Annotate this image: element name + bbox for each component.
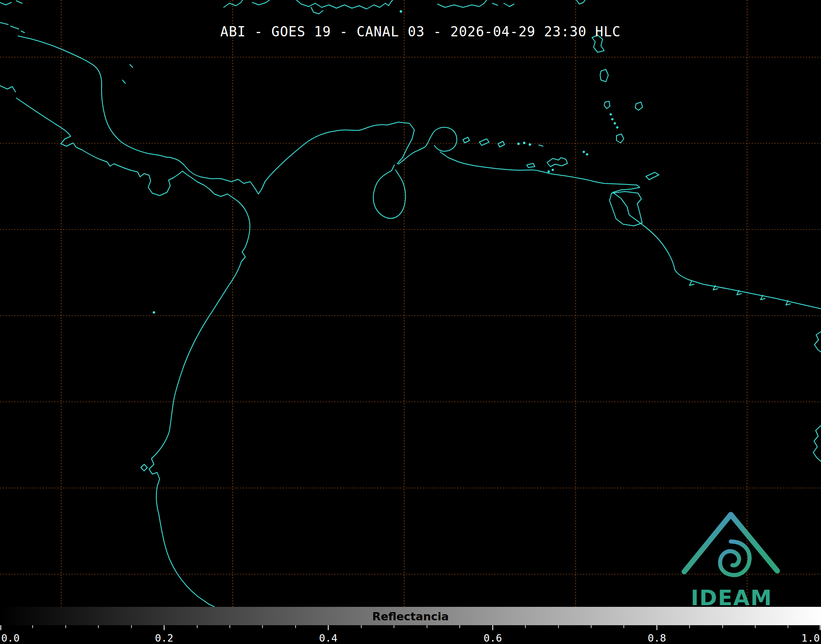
coastline-caribbean-colombia-venezuela [265,122,821,309]
colorbar-tick-label: 1.0 [801,632,820,644]
coastline-right-edge-rivers [813,332,821,461]
colorbar-tick-label: 0.8 [647,632,666,644]
colorbar-tick-label: 0.0 [1,632,20,644]
coastline-trinidad-tobago [610,172,659,226]
map-area: ABI - GOES 19 - CANAL 03 - 2026-04-29 23… [0,0,821,607]
spiral-eye-icon [720,541,750,575]
colorbar-axis: 0.0 0.2 0.4 0.6 0.8 1.0 [0,625,821,644]
ideam-logo-mark [678,510,785,585]
colorbar: Reflectancia [0,607,821,625]
colorbar-tick-marks [0,625,821,632]
satellite-image-viewport: ABI - GOES 19 - CANAL 03 - 2026-04-29 23… [0,0,821,644]
ideam-logo-text: IDEAM [678,586,785,610]
coastline-pacific-south-america [141,201,250,607]
image-title: ABI - GOES 19 - CANAL 03 - 2026-04-29 23… [220,24,621,40]
colorbar-tick-label: 0.6 [483,632,502,644]
coastline-lesser-antilles [592,35,643,143]
colorbar-tick-label: 0.4 [319,632,337,644]
colorbar-tick-label: 0.2 [155,632,173,644]
colorbar-label: Reflectancia [372,610,449,622]
ideam-logo: IDEAM [678,510,785,611]
coastline-central-america [0,36,265,201]
